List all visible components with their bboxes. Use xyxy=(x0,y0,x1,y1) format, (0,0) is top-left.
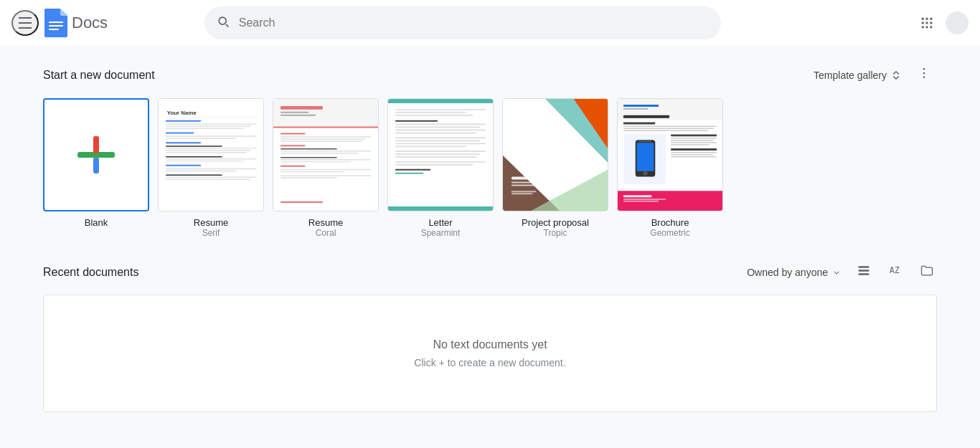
svg-rect-51 xyxy=(281,138,365,139)
svg-rect-119 xyxy=(671,154,713,155)
svg-rect-35 xyxy=(166,158,256,159)
svg-rect-113 xyxy=(671,138,717,138)
svg-rect-39 xyxy=(166,171,237,171)
svg-rect-63 xyxy=(281,176,371,176)
svg-rect-40 xyxy=(166,175,222,176)
svg-text:AZ: AZ xyxy=(890,265,900,275)
svg-rect-104 xyxy=(623,126,717,127)
svg-rect-103 xyxy=(623,123,655,125)
svg-rect-124 xyxy=(623,201,659,201)
svg-rect-61 xyxy=(281,169,371,170)
template-letter-spearmint-subname: Spearmint xyxy=(421,228,461,238)
brochure-thumbnail xyxy=(617,98,723,211)
svg-text:Your Name: Your Name xyxy=(167,110,197,116)
sort-icon: AZ xyxy=(888,264,903,278)
app-header: Docs xyxy=(0,0,980,46)
svg-rect-81 xyxy=(395,153,480,155)
svg-point-13 xyxy=(923,72,925,75)
template-brochure[interactable]: Brochure Geometric xyxy=(617,98,723,238)
svg-rect-69 xyxy=(395,112,466,113)
svg-rect-106 xyxy=(623,130,708,130)
svg-rect-116 xyxy=(671,144,710,145)
svg-rect-80 xyxy=(395,151,486,152)
search-bar xyxy=(204,6,721,39)
template-blank[interactable]: Blank xyxy=(43,98,149,238)
template-resume-serif[interactable]: Your Name xyxy=(158,98,264,238)
plus-icon xyxy=(75,133,118,176)
svg-rect-54 xyxy=(281,148,337,149)
template-brochure-name: Brochure xyxy=(651,217,689,228)
svg-rect-121 xyxy=(618,191,722,211)
recent-header: Recent documents Owned by anyone AZ xyxy=(43,261,937,283)
app-title: Docs xyxy=(72,14,108,32)
resume-serif-svg: Your Name xyxy=(159,99,263,211)
template-resume-serif-name: Resume xyxy=(194,217,228,228)
search-input[interactable] xyxy=(239,16,710,29)
svg-rect-34 xyxy=(166,156,222,157)
template-project-proposal-name: Project proposal xyxy=(522,217,589,228)
avatar[interactable] xyxy=(946,11,969,34)
empty-docs-subtitle: Click + to create a new document. xyxy=(414,357,565,368)
templates-section: Start a new document Template gallery xyxy=(0,46,980,249)
svg-rect-52 xyxy=(281,140,362,141)
svg-rect-25 xyxy=(166,128,244,129)
owned-by-button[interactable]: Owned by anyone xyxy=(747,267,842,278)
svg-rect-27 xyxy=(166,135,256,136)
grid-apps-button[interactable] xyxy=(914,10,940,36)
svg-rect-23 xyxy=(166,124,256,125)
svg-rect-74 xyxy=(395,129,486,130)
resume-coral-thumbnail xyxy=(273,98,379,211)
hamburger-menu-button[interactable] xyxy=(11,10,39,36)
svg-rect-62 xyxy=(281,171,344,172)
svg-rect-24 xyxy=(166,126,250,127)
templates-grid: Blank Your Name xyxy=(43,98,937,238)
list-view-button[interactable] xyxy=(854,261,874,283)
more-vert-icon xyxy=(917,66,931,80)
svg-rect-111 xyxy=(639,140,652,142)
svg-rect-126 xyxy=(859,270,870,272)
svg-rect-31 xyxy=(166,148,256,148)
svg-rect-2 xyxy=(49,29,59,30)
svg-rect-102 xyxy=(623,115,669,118)
svg-rect-68 xyxy=(395,109,486,110)
svg-rect-105 xyxy=(623,128,714,129)
svg-rect-85 xyxy=(395,169,430,171)
svg-rect-17 xyxy=(93,136,99,153)
svg-rect-65 xyxy=(281,201,323,203)
svg-rect-86 xyxy=(395,173,423,174)
template-resume-coral[interactable]: Resume Coral xyxy=(273,98,379,238)
svg-rect-70 xyxy=(395,115,473,116)
svg-rect-114 xyxy=(671,140,713,140)
svg-point-4 xyxy=(925,18,928,20)
svg-rect-47 xyxy=(281,115,316,116)
svg-rect-71 xyxy=(395,120,438,122)
more-options-button[interactable] xyxy=(911,63,937,87)
project-proposal-svg xyxy=(503,99,608,211)
svg-rect-26 xyxy=(166,132,194,133)
blank-thumbnail xyxy=(43,98,149,211)
svg-point-9 xyxy=(922,26,924,28)
template-project-proposal[interactable]: Project proposal Tropic xyxy=(502,98,608,238)
chevron-updown-icon xyxy=(890,69,903,82)
folder-view-button[interactable] xyxy=(917,261,937,283)
svg-rect-73 xyxy=(395,127,480,128)
svg-rect-101 xyxy=(623,108,649,110)
template-letter-spearmint[interactable]: Letter Spearmint xyxy=(387,98,494,238)
brochure-svg xyxy=(618,99,722,211)
svg-rect-64 xyxy=(281,178,337,178)
svg-rect-29 xyxy=(166,142,201,143)
svg-rect-28 xyxy=(166,138,237,138)
docs-logo[interactable]: Docs xyxy=(44,9,108,37)
svg-rect-45 xyxy=(281,106,323,110)
svg-rect-57 xyxy=(281,157,337,158)
svg-point-7 xyxy=(925,22,928,24)
svg-rect-46 xyxy=(281,112,308,113)
sort-button[interactable]: AZ xyxy=(885,261,905,283)
svg-rect-77 xyxy=(395,140,480,141)
svg-rect-42 xyxy=(166,179,250,180)
grid-apps-icon xyxy=(920,16,934,30)
template-gallery-button[interactable]: Template gallery xyxy=(808,66,908,85)
svg-rect-41 xyxy=(166,177,256,178)
svg-rect-125 xyxy=(859,266,870,268)
template-blank-name: Blank xyxy=(85,217,108,228)
